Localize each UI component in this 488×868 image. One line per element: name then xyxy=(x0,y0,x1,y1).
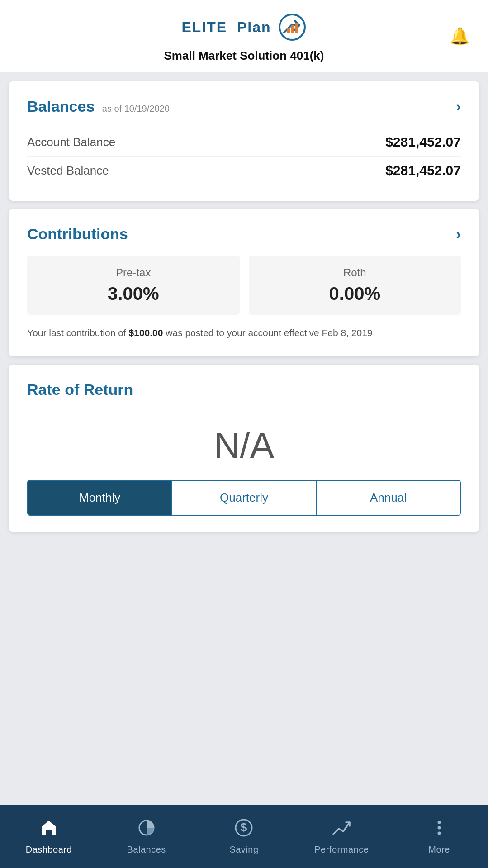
tab-monthly[interactable]: Monthly xyxy=(28,481,172,515)
nav-item-dashboard[interactable]: Dashboard xyxy=(0,805,98,868)
nav-label-balances: Balances xyxy=(127,844,166,855)
balances-title-group: Balances as of 10/19/2020 xyxy=(27,98,170,115)
balances-title: Balances xyxy=(27,98,95,115)
contribution-note-amount: $100.00 xyxy=(129,327,163,338)
balances-as-of: as of 10/19/2020 xyxy=(102,104,170,114)
rate-of-return-card: Rate of Return N/A Monthly Quarterly Ann… xyxy=(9,365,479,532)
contributions-card: Contributions › Pre-tax 3.00% Roth 0.00%… xyxy=(9,209,479,356)
tab-pointer xyxy=(69,480,85,481)
roth-value: 0.00% xyxy=(258,284,452,304)
contributions-card-header: Contributions › xyxy=(27,225,461,243)
contribution-note: Your last contribution of $100.00 was po… xyxy=(27,326,461,340)
pretax-box: Pre-tax 3.00% xyxy=(27,256,240,315)
roth-box: Roth 0.00% xyxy=(249,256,461,315)
nav-item-performance[interactable]: Performance xyxy=(293,805,390,868)
svg-point-10 xyxy=(438,826,441,830)
svg-text:$: $ xyxy=(241,821,247,834)
dollar-icon: $ xyxy=(234,818,254,841)
svg-rect-3 xyxy=(287,28,290,33)
nav-label-saving: Saving xyxy=(229,844,258,855)
logo-text-bold: Plan xyxy=(237,19,271,35)
contribution-note-suffix: was posted to your account effective Feb… xyxy=(163,327,372,338)
nav-label-performance: Performance xyxy=(314,844,369,855)
logo-text: ELITE Plan xyxy=(181,19,271,36)
trend-icon xyxy=(332,818,351,841)
nav-item-more[interactable]: More xyxy=(390,805,488,868)
account-balance-value: $281,452.07 xyxy=(385,134,461,150)
tab-annual[interactable]: Annual xyxy=(317,481,460,515)
dots-icon xyxy=(429,818,449,841)
rate-value: N/A xyxy=(27,411,461,475)
nav-label-more: More xyxy=(428,844,450,855)
header-subtitle: Small Market Solution 401(k) xyxy=(164,49,324,63)
nav-item-balances[interactable]: Balances xyxy=(98,805,195,868)
balances-card-header: Balances as of 10/19/2020 › xyxy=(27,98,461,115)
app-header: ELITE Plan Small Market Solution 401(k) … xyxy=(0,0,488,72)
logo-area: ELITE Plan xyxy=(181,13,306,42)
svg-rect-4 xyxy=(291,25,294,33)
tab-quarterly[interactable]: Quarterly xyxy=(172,481,317,515)
pie-icon xyxy=(137,818,156,841)
balances-chevron-icon[interactable]: › xyxy=(456,98,461,115)
rate-card-header: Rate of Return xyxy=(27,381,461,398)
svg-rect-5 xyxy=(295,23,298,33)
balances-card: Balances as of 10/19/2020 › Account Bala… xyxy=(9,81,479,201)
notification-bell-icon[interactable]: 🔔 xyxy=(450,27,470,46)
pretax-label: Pre-tax xyxy=(36,266,231,279)
nav-label-dashboard: Dashboard xyxy=(26,844,72,855)
bottom-nav: Dashboard Balances $ Saving Perfo xyxy=(0,805,488,868)
account-balance-label: Account Balance xyxy=(27,135,115,149)
contribution-note-text: Your last contribution of xyxy=(27,327,129,338)
roth-label: Roth xyxy=(258,266,452,279)
contributions-chevron-icon[interactable]: › xyxy=(456,226,461,242)
svg-point-9 xyxy=(438,821,441,824)
contribution-boxes: Pre-tax 3.00% Roth 0.00% xyxy=(27,256,461,315)
account-balance-row: Account Balance $281,452.07 xyxy=(27,128,461,156)
vested-balance-value: $281,452.07 xyxy=(385,163,461,178)
vested-balance-label: Vested Balance xyxy=(27,164,109,178)
svg-point-11 xyxy=(438,832,441,835)
contributions-title: Contributions xyxy=(27,225,128,243)
logo-text-regular: ELITE xyxy=(181,19,227,35)
vested-balance-row: Vested Balance $281,452.07 xyxy=(27,156,461,185)
rate-title: Rate of Return xyxy=(27,381,133,398)
pretax-value: 3.00% xyxy=(36,284,231,304)
nav-item-saving[interactable]: $ Saving xyxy=(195,805,293,868)
logo-icon xyxy=(278,13,307,42)
rate-tab-group: Monthly Quarterly Annual xyxy=(27,480,461,516)
house-icon xyxy=(39,818,59,841)
main-content: Balances as of 10/19/2020 › Account Bala… xyxy=(0,72,488,541)
